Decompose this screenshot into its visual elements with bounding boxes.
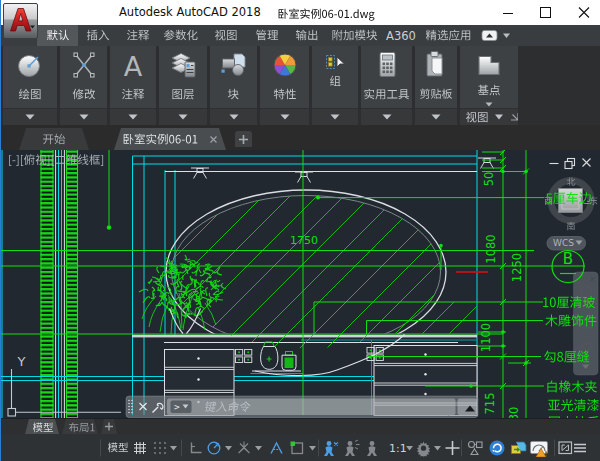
status-plus-icon[interactable] [444,439,461,456]
drawing-canvas[interactable]: 1750 5010801250110071530 Y [1,150,600,418]
file-tab-bar [1,125,600,150]
panel-annotate[interactable]: A [110,46,156,125]
ribbon-tab-output[interactable] [287,25,327,46]
status-gear-caret[interactable] [433,445,442,451]
panel-label [465,109,489,126]
layout-tab-model[interactable] [25,419,59,434]
panel-properties[interactable] [260,46,309,125]
ribbon-tab-parametric[interactable] [158,25,204,46]
panel-utilities-expander[interactable] [361,108,412,125]
status-isodraft-icon[interactable] [236,440,252,456]
ribbon-tab-annotate[interactable] [118,25,158,46]
ribbon-tab-a360[interactable]: A360 [381,25,421,46]
status-snap-caret[interactable] [169,445,178,451]
ribbon-tab-insert[interactable] [78,25,118,46]
svg-text:30: 30 [507,407,521,418]
file-tab-document[interactable] [114,128,226,150]
close-button[interactable] [569,0,599,25]
dim-text-1750: 1750 [290,234,318,247]
ribbon-tab-view[interactable] [204,25,247,46]
status-polar-icon[interactable] [206,440,222,456]
panel-label [227,86,240,103]
status-model-button[interactable] [107,440,129,456]
panel-groups[interactable] [312,46,358,125]
panel-modify[interactable] [60,46,107,125]
status-osnap-caret[interactable] [308,445,317,451]
command-prompt-chip[interactable]: > [171,401,192,414]
panel-layers-expander[interactable] [159,108,207,125]
status-autoscale-icon[interactable] [343,439,360,456]
ribbon-tab-label [295,27,319,44]
svg-text:WCS: WCS [553,238,574,248]
properties-icon [270,49,300,81]
panel-groups-expander[interactable] [312,108,358,125]
status-annoscale-icon[interactable] [364,439,381,456]
block-icon [219,49,249,81]
panel-view-title[interactable] [460,108,518,125]
panel-clipboard-expander[interactable] [415,108,457,125]
panel-properties-expander[interactable] [260,108,309,125]
ribbon-tab-label [86,27,110,44]
layout-tab-layout1[interactable] [62,419,98,434]
new-layout-button[interactable] [101,419,117,434]
panel-label [273,86,297,103]
status-quick-properties-icon[interactable] [466,439,484,456]
layout-tab-bar [1,418,600,434]
status-annotation-visibility-icon[interactable] [323,439,340,456]
svg-text:1080: 1080 [484,234,498,263]
new-tab-button[interactable] [235,131,252,147]
autocad-logo [11,9,36,32]
svg-text:Y: Y [17,354,26,369]
panel-block-expander[interactable] [210,108,257,125]
application-menu-button[interactable] [3,3,38,39]
file-tab-close-icon[interactable] [209,135,218,144]
ribbon-tab-label [255,27,279,44]
command-line-bar[interactable]: > [126,396,478,418]
ribbon-panel-row: A [1,46,600,125]
svg-text:1100: 1100 [479,323,493,352]
svg-text:B: B [563,250,573,268]
ribbon-tab-addins[interactable] [327,25,381,46]
status-polar-caret[interactable] [224,445,233,451]
status-hardware-accel-icon[interactable] [488,439,506,457]
panel-modify-expander[interactable] [60,108,107,125]
status-otrack-icon[interactable] [268,440,285,456]
panel-draw-expander[interactable] [3,108,57,125]
autocad-window: Autodesk AutoCAD 2018 A360 [0,0,600,461]
panel-view[interactable] [460,46,518,125]
panel-label [72,86,96,103]
panel-annotate-expander[interactable] [110,108,156,125]
document-title [277,6,376,22]
file-tab-start[interactable] [19,128,89,150]
status-graphics-perf-icon[interactable] [529,439,549,457]
status-osnap-icon[interactable] [289,440,306,456]
status-isodraft-caret[interactable] [254,445,263,451]
panel-block[interactable] [210,46,257,125]
clipboard-icon [421,49,451,81]
status-ortho-icon[interactable] [188,440,204,456]
panel-utilities[interactable] [361,46,412,125]
ribbon-tab-label [126,27,150,44]
status-snap-icon[interactable] [152,440,168,456]
ribbon-tab-label: A360 [386,29,416,43]
status-customize-icon[interactable] [572,440,588,456]
minimize-button[interactable] [493,0,523,25]
ribbon-collapse-button[interactable] [481,27,515,45]
app-menu-caret-icon [30,26,35,29]
ribbon-tab-home[interactable] [37,25,78,46]
panel-draw[interactable] [3,46,57,125]
base-view-icon [474,49,504,81]
maximize-button[interactable] [530,0,560,25]
wcs-button[interactable]: WCS [547,237,586,251]
panel-clipboard[interactable] [415,46,457,125]
utilities-icon [372,49,402,81]
modify-icon [69,49,99,81]
ribbon-tab-manage[interactable] [247,25,287,46]
panel-label [363,86,410,103]
status-grid-icon[interactable] [132,440,148,456]
status-isolate-icon[interactable] [510,439,528,456]
status-scale-caret[interactable] [405,445,414,451]
panel-layers[interactable] [159,46,207,125]
status-workspace-gear-icon[interactable] [415,439,432,456]
ribbon-tab-featured-apps[interactable] [421,25,475,46]
